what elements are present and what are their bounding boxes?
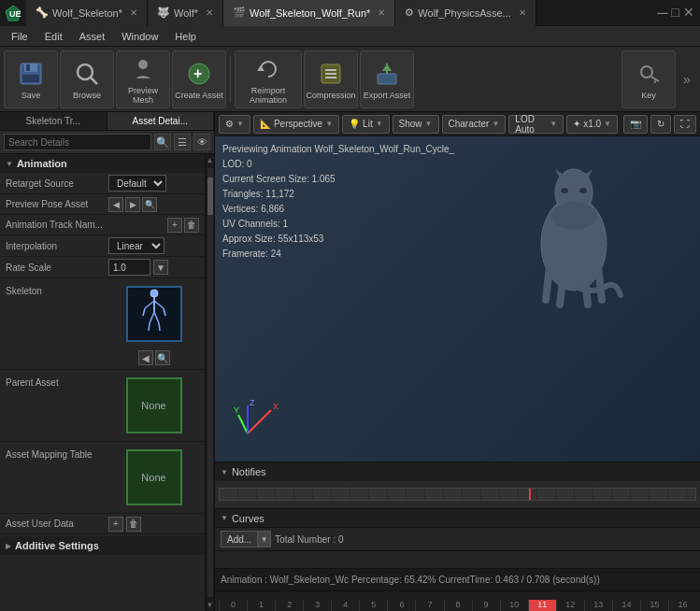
maximize-btn[interactable]: □ [672, 5, 679, 21]
tab-icon: 🎬 [233, 7, 246, 19]
preview-pose-value: ◀ ▶ 🔍 [108, 197, 199, 212]
timeline-ruler[interactable]: 0 1 2 3 4 5 6 7 8 9 10 11 12 13 14 15 16 [215, 590, 700, 611]
animation-section-header[interactable]: ▼ Animation [0, 154, 205, 173]
compression-button[interactable]: Compression [304, 50, 358, 108]
close-icon[interactable]: ✕ [378, 7, 385, 18]
scroll-handle[interactable]: ▲ ▼ [205, 154, 214, 611]
search-button[interactable]: 🔍 [154, 134, 171, 150]
zoom-btn[interactable]: ✦ x1.0 ▼ [566, 115, 618, 134]
tab-wolf-skeleton[interactable]: 🦴 Wolf_Skeleton* ✕ [26, 0, 148, 26]
scroll-thumb[interactable] [207, 178, 213, 215]
lod-btn[interactable]: LOD Auto ▼ [508, 115, 564, 134]
svg-line-40 [583, 263, 588, 305]
lit-btn[interactable]: 💡 Lit ▼ [342, 115, 389, 134]
svg-line-39 [560, 263, 564, 305]
additive-arrow: ▶ [6, 542, 11, 550]
add-track-btn[interactable]: + [167, 218, 182, 233]
tick-15: 15 [640, 600, 668, 611]
browse-icon [72, 59, 102, 89]
notifies-bar[interactable] [219, 488, 696, 501]
svg-line-38 [546, 258, 550, 300]
retarget-source-dropdown[interactable]: Default [108, 175, 166, 192]
search-input[interactable] [4, 134, 151, 150]
preview-pose-nav: ◀ ▶ 🔍 [108, 197, 157, 212]
prev-btn[interactable]: ◀ [108, 197, 123, 212]
skeleton-thumbnail-area: ◀ 🔍 [108, 282, 199, 365]
viewport-options-btn[interactable]: ⚙ ▼ [219, 115, 250, 134]
bottom-panel: ▼ Notifies ▼ Curves Add... [215, 462, 700, 611]
tab-wolf-physics[interactable]: ⚙ Wolf_PhysicsAsse... ✕ [395, 0, 536, 26]
skeleton-nav-left[interactable]: ◀ [138, 350, 153, 365]
export-asset-button[interactable]: Export Asset [360, 50, 414, 108]
minimize-btn[interactable]: ─ [657, 5, 667, 21]
tick-13: 13 [584, 600, 612, 611]
key-button[interactable]: Key [621, 50, 676, 108]
rotate-btn[interactable]: ↻ [650, 115, 671, 134]
menu-file[interactable]: File [4, 29, 36, 44]
fullscreen-btn[interactable]: ⛶ [674, 115, 696, 134]
fullscreen-icon: ⛶ [680, 119, 690, 129]
parent-asset-row: Parent Asset None [0, 370, 205, 442]
expand-button[interactable]: » [678, 50, 696, 108]
character-btn[interactable]: Character ▼ [442, 115, 507, 134]
menu-bar: File Edit Asset Window Help [0, 26, 700, 47]
skeleton-thumbnail[interactable] [126, 286, 182, 342]
rate-scale-arrow[interactable]: ▼ [153, 260, 168, 275]
tab-wolf-run[interactable]: 🎬 Wolf_Skeleton_Wolf_Run* ✕ [223, 0, 395, 26]
preview-pose-row: Preview Pose Asset ◀ ▶ 🔍 [0, 194, 205, 215]
main-area: Skeleton Tr... Asset Detai... 🔍 ☰ 👁 ▼ An… [0, 112, 700, 611]
preview-mesh-button[interactable]: Preview Mesh [116, 50, 170, 108]
asset-mapping-thumbnail[interactable]: None [126, 449, 182, 505]
close-icon[interactable]: ✕ [519, 7, 526, 18]
perspective-btn[interactable]: 📐 Perspective ▼ [253, 115, 339, 134]
curves-section: ▼ Curves Add... ▼ Total Number : 0 [215, 509, 700, 568]
browse-button[interactable]: Browse [60, 50, 114, 108]
save-icon [16, 59, 46, 89]
list-view-button[interactable]: ☰ [174, 134, 191, 150]
viewport[interactable]: Previewing Animation Wolf_Skeleton_Wolf_… [215, 136, 700, 462]
filter-button[interactable]: 👁 [193, 134, 210, 150]
menu-edit[interactable]: Edit [37, 29, 70, 44]
preview-mesh-icon [128, 54, 158, 84]
svg-line-27 [164, 308, 165, 316]
remove-user-data-btn[interactable]: 🗑 [126, 517, 141, 532]
interpolation-dropdown[interactable]: Linear [108, 237, 164, 254]
tab-icon: 🐺 [157, 7, 170, 19]
skeleton-search[interactable]: 🔍 [155, 350, 170, 365]
menu-asset[interactable]: Asset [72, 29, 113, 44]
skeleton-tree-tab[interactable]: Skeleton Tr... [0, 112, 107, 130]
curves-header[interactable]: ▼ Curves [215, 509, 700, 528]
skeleton-row: Skeleton [0, 278, 205, 370]
menu-help[interactable]: Help [167, 29, 204, 44]
reimport-animation-button[interactable]: Reimport Animation [235, 50, 302, 108]
additive-settings-header[interactable]: ▶ Additive Settings [0, 536, 205, 555]
asset-detail-tab[interactable]: Asset Detai... [107, 112, 215, 130]
next-btn[interactable]: ▶ [125, 197, 140, 212]
close-icon[interactable]: ✕ [206, 7, 213, 18]
scroll-up[interactable]: ▲ [205, 154, 214, 166]
notifies-header[interactable]: ▼ Notifies [215, 462, 700, 481]
retarget-source-row: Retarget Source Default [0, 173, 205, 194]
save-button[interactable]: Save [4, 50, 58, 108]
svg-marker-11 [257, 65, 264, 71]
add-user-data-btn[interactable]: + [108, 517, 123, 532]
notifies-track [215, 481, 700, 507]
viewport-info: Previewing Animation Wolf_Skeleton_Wolf_… [222, 142, 454, 262]
rate-scale-input[interactable] [108, 259, 150, 276]
toolbar: Save Browse Preview Mesh + Create Asset [0, 47, 700, 112]
menu-window[interactable]: Window [114, 29, 165, 44]
scroll-down[interactable]: ▼ [205, 599, 214, 611]
close-btn[interactable]: ✕ [683, 5, 694, 21]
parent-asset-thumbnail[interactable]: None [126, 377, 182, 433]
svg-text:Z: Z [250, 398, 255, 407]
add-dropdown[interactable]: Add... ▼ [221, 531, 271, 547]
tab-wolf[interactable]: 🐺 Wolf* ✕ [148, 0, 223, 26]
show-btn[interactable]: Show ▼ [393, 115, 439, 134]
remove-track-btn[interactable]: 🗑 [184, 218, 199, 233]
camera-btn[interactable]: 📷 [623, 115, 648, 134]
close-icon[interactable]: ✕ [130, 7, 137, 18]
tick-7: 7 [415, 600, 443, 611]
search-pose-btn[interactable]: 🔍 [142, 197, 157, 212]
interpolation-row: Interpolation Linear [0, 235, 205, 257]
create-asset-button[interactable]: + Create Asset [172, 50, 226, 108]
